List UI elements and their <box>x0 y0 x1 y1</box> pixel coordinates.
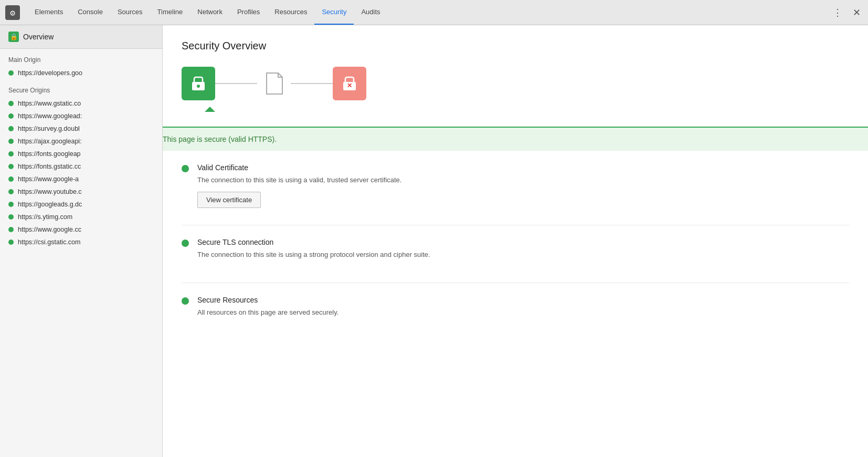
valid-cert-content: Valid Certificate The connection to this… <box>197 163 401 208</box>
tab-console[interactable]: Console <box>70 0 110 25</box>
secure-node-icon <box>182 67 215 100</box>
origin-item-5[interactable]: https://fonts.gstatic.cc <box>0 160 162 173</box>
origin-dot-3 <box>8 139 14 144</box>
origin-url-3: https://ajax.googleapi: <box>18 138 82 145</box>
document-node-icon <box>257 67 291 100</box>
origin-item-2[interactable]: https://survey.g.doubl <box>0 122 162 135</box>
divider-1 <box>182 225 849 225</box>
secure-message: This page is secure (valid HTTPS). <box>163 135 277 143</box>
origin-dot-7 <box>8 189 14 194</box>
insecure-node-icon: ✕ <box>333 67 366 100</box>
secure-tls-desc: The connection to this site is using a s… <box>197 250 430 260</box>
valid-cert-dot <box>182 165 189 172</box>
secure-resources-title: Secure Resources <box>197 296 338 304</box>
tab-profiles[interactable]: Profiles <box>230 0 267 25</box>
valid-cert-desc: The connection to this site is using a v… <box>197 175 401 185</box>
divider-2 <box>182 283 849 283</box>
valid-certificate-item: Valid Certificate The connection to this… <box>182 163 849 208</box>
origin-url-0: https://www.gstatic.co <box>18 100 81 107</box>
secure-banner: This page is secure (valid HTTPS). <box>163 127 868 151</box>
tab-security[interactable]: Security <box>314 0 354 25</box>
toolbar-tabs: Elements Console Sources Timeline Networ… <box>27 0 429 25</box>
origin-url-5: https://fonts.gstatic.cc <box>18 163 81 170</box>
secure-resources-dot <box>182 297 189 305</box>
diagram-line-1 <box>215 83 257 84</box>
main-layout: 🔒 Overview Main Origin https://developer… <box>0 25 868 457</box>
svg-point-4 <box>197 85 200 88</box>
origin-item-0[interactable]: https://www.gstatic.co <box>0 97 162 110</box>
tab-sources[interactable]: Sources <box>110 0 150 25</box>
page-title: Security Overview <box>182 40 849 52</box>
origin-url-10: https://www.google.cc <box>18 226 81 233</box>
diagram-line-2 <box>291 83 333 84</box>
origin-dot-11 <box>8 240 14 245</box>
secure-resources-content: Secure Resources All resources on this p… <box>197 296 338 324</box>
secure-tls-dot <box>182 240 189 247</box>
secure-tls-content: Secure TLS connection The connection to … <box>197 238 430 266</box>
toolbar: ⚙ Elements Console Sources Timeline Netw… <box>0 0 868 25</box>
origin-dot-4 <box>8 151 14 157</box>
more-options-button[interactable]: ⋮ <box>830 5 845 20</box>
origin-dot-2 <box>8 126 14 131</box>
tab-timeline[interactable]: Timeline <box>150 0 190 25</box>
main-origin-header: Main Origin <box>0 49 162 67</box>
diagram-arrow <box>193 107 849 112</box>
secure-origins-header: Secure Origins <box>0 79 162 97</box>
secure-tls-item: Secure TLS connection The connection to … <box>182 238 849 266</box>
origin-url-8: https://googleads.g.dc <box>18 201 82 208</box>
svg-text:✕: ✕ <box>347 82 352 89</box>
content-area: Security Overview <box>163 25 868 457</box>
origin-url-9: https://s.ytimg.com <box>18 213 72 221</box>
toolbar-actions: ⋮ ✕ <box>830 5 864 20</box>
sidebar-overview[interactable]: 🔒 Overview <box>0 25 162 49</box>
origin-url-6: https://www.google-a <box>18 175 79 183</box>
origin-url-11: https://csi.gstatic.com <box>18 238 80 246</box>
secure-tls-title: Secure TLS connection <box>197 238 430 246</box>
origin-dot-10 <box>8 227 14 232</box>
origin-dot-9 <box>8 214 14 220</box>
origin-dot-5 <box>8 164 14 169</box>
overview-lock-icon: 🔒 <box>8 32 19 42</box>
secure-resources-item: Secure Resources All resources on this p… <box>182 296 849 324</box>
origin-url-2: https://survey.g.doubl <box>18 125 80 132</box>
origin-item-11[interactable]: https://csi.gstatic.com <box>0 236 162 248</box>
origin-dot-main <box>8 70 14 76</box>
overview-label: Overview <box>23 33 54 41</box>
origin-url-7: https://www.youtube.c <box>18 188 82 195</box>
view-certificate-button[interactable]: View certificate <box>197 192 261 208</box>
valid-cert-title: Valid Certificate <box>197 163 401 172</box>
security-details: Valid Certificate The connection to this… <box>163 151 868 356</box>
tab-network[interactable]: Network <box>190 0 230 25</box>
origin-item-4[interactable]: https://fonts.googleap <box>0 148 162 160</box>
origin-item-1[interactable]: https://www.googlead: <box>0 110 162 122</box>
origin-item-7[interactable]: https://www.youtube.c <box>0 185 162 198</box>
origin-url-1: https://www.googlead: <box>18 112 82 120</box>
tab-audits[interactable]: Audits <box>354 0 387 25</box>
content-inner: Security Overview <box>163 25 868 127</box>
origin-item-10[interactable]: https://www.google.cc <box>0 223 162 236</box>
security-items-list: Valid Certificate The connection to this… <box>182 151 849 324</box>
origin-item-9[interactable]: https://s.ytimg.com <box>0 211 162 223</box>
main-origin-item[interactable]: https://developers.goo <box>0 67 162 79</box>
close-button[interactable]: ✕ <box>849 5 864 20</box>
origin-item-8[interactable]: https://googleads.g.dc <box>0 198 162 211</box>
origin-dot-8 <box>8 202 14 207</box>
svg-text:⚙: ⚙ <box>10 8 15 18</box>
origin-dot-1 <box>8 113 14 119</box>
sidebar: 🔒 Overview Main Origin https://developer… <box>0 25 163 457</box>
origin-dot-0 <box>8 101 14 106</box>
tab-elements[interactable]: Elements <box>27 0 70 25</box>
origin-url-4: https://fonts.googleap <box>18 150 81 158</box>
secure-resources-desc: All resources on this page are served se… <box>197 307 338 318</box>
main-origin-url: https://developers.goo <box>18 69 82 77</box>
origin-item-6[interactable]: https://www.google-a <box>0 173 162 185</box>
origin-item-3[interactable]: https://ajax.googleapi: <box>0 135 162 148</box>
devtools-logo: ⚙ <box>4 4 21 21</box>
origin-dot-6 <box>8 176 14 182</box>
tab-resources[interactable]: Resources <box>267 0 314 25</box>
security-diagram: ✕ <box>182 67 849 107</box>
